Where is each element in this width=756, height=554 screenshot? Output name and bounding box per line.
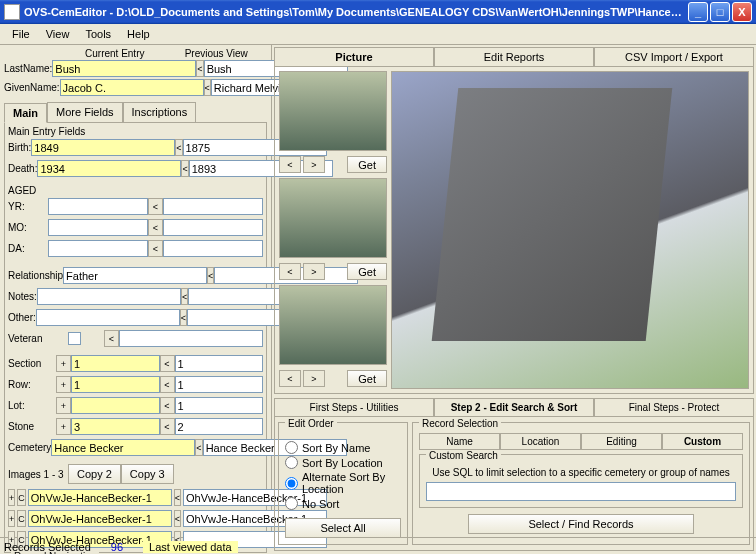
other-btn[interactable]: < [180, 309, 187, 326]
death-input[interactable] [37, 160, 181, 177]
thumb-2[interactable] [279, 178, 387, 258]
menu-file[interactable]: File [4, 26, 38, 42]
sec-input[interactable] [71, 355, 160, 372]
cem-btn[interactable]: < [195, 439, 202, 456]
thumb3-next[interactable]: > [303, 370, 325, 387]
cem-input[interactable] [51, 439, 195, 456]
sec-btn[interactable]: < [160, 355, 175, 372]
select-find-button[interactable]: Select / Find Records [468, 514, 695, 534]
seltab-location[interactable]: Location [500, 433, 581, 450]
images-label: Images 1 - 3 [8, 469, 68, 480]
img1-btn[interactable]: < [174, 489, 181, 506]
cem-label: Cemetery [8, 442, 51, 453]
seltab-editing[interactable]: Editing [581, 433, 662, 450]
tab-picture[interactable]: Picture [274, 47, 434, 67]
sort-name-radio[interactable] [285, 441, 298, 454]
thumb-3[interactable] [279, 285, 387, 365]
sql-hint: Use SQL to limit selection to a specific… [426, 467, 736, 478]
sort-loc-label: Sort By Location [302, 457, 383, 469]
row-btn[interactable]: < [160, 376, 175, 393]
alt-sort-radio[interactable] [285, 477, 298, 490]
img1-input[interactable] [28, 489, 172, 506]
minimize-button[interactable]: _ [688, 2, 708, 22]
img1-c[interactable]: C [17, 489, 26, 506]
tab-reports[interactable]: Edit Reports [434, 47, 594, 67]
other-input[interactable] [36, 309, 180, 326]
stone-input[interactable] [71, 418, 160, 435]
thumb-1[interactable] [279, 71, 387, 151]
menu-view[interactable]: View [38, 26, 78, 42]
wiz-final[interactable]: Final Steps - Protect [594, 398, 754, 417]
thumb2-prev[interactable]: < [279, 263, 301, 280]
thumb3-get[interactable]: Get [347, 370, 387, 387]
stone-btn[interactable]: < [160, 418, 175, 435]
wiz-first[interactable]: First Steps - Utilities [274, 398, 434, 417]
seltab-name[interactable]: Name [419, 433, 500, 450]
selectall-button[interactable]: Select All [285, 518, 401, 538]
givenname-label: GivenName: [4, 82, 60, 93]
img1-plus[interactable]: + [8, 489, 15, 506]
thumb2-get[interactable]: Get [347, 263, 387, 280]
wiz-step2[interactable]: Step 2 - Edit Search & Sort [434, 398, 594, 417]
tab-inscriptions[interactable]: Inscriptions [123, 102, 197, 122]
sort-loc-radio[interactable] [285, 456, 298, 469]
notes-input[interactable] [37, 288, 181, 305]
rel-label: Relationship [8, 270, 63, 281]
givenname-btn[interactable]: < [204, 79, 211, 96]
img2-btn[interactable]: < [174, 510, 181, 527]
da-prev [163, 240, 263, 257]
menu-help[interactable]: Help [119, 26, 158, 42]
stone-plus[interactable]: + [56, 418, 71, 435]
aged-label: AGED [8, 185, 263, 196]
givenname-input[interactable] [60, 79, 204, 96]
img2-c[interactable]: C [17, 510, 26, 527]
seltab-custom[interactable]: Custom [662, 433, 743, 450]
da-btn[interactable]: < [148, 240, 163, 257]
img2-plus[interactable]: + [8, 510, 15, 527]
lot-btn[interactable]: < [160, 397, 175, 414]
veteran-checkbox[interactable] [68, 332, 81, 345]
mo-btn[interactable]: < [148, 219, 163, 236]
vet-btn[interactable]: < [104, 330, 119, 347]
other-label: Other: [8, 312, 36, 323]
rel-input[interactable] [63, 267, 207, 284]
birth-input[interactable] [31, 139, 175, 156]
menu-tools[interactable]: Tools [77, 26, 119, 42]
thumb1-prev[interactable]: < [279, 156, 301, 173]
img2-input[interactable] [28, 510, 172, 527]
close-button[interactable]: X [732, 2, 752, 22]
thumb3-prev[interactable]: < [279, 370, 301, 387]
custom-legend: Custom Search [426, 450, 501, 461]
death-label: Death: [8, 163, 37, 174]
maximize-button[interactable]: □ [710, 2, 730, 22]
tab-more[interactable]: More Fields [47, 102, 122, 122]
lastname-input[interactable] [52, 60, 196, 77]
mo-input[interactable] [48, 219, 148, 236]
notes-btn[interactable]: < [181, 288, 188, 305]
yr-input[interactable] [48, 198, 148, 215]
nosort-radio[interactable] [285, 497, 298, 510]
thumb1-next[interactable]: > [303, 156, 325, 173]
tab-main[interactable]: Main [4, 103, 47, 123]
thumb2-next[interactable]: > [303, 263, 325, 280]
death-btn[interactable]: < [181, 160, 188, 177]
previous-view-header: Previous View [166, 47, 268, 60]
row-label: Row: [8, 379, 56, 390]
copy2-button[interactable]: Copy 2 [68, 464, 121, 484]
thumb1-get[interactable]: Get [347, 156, 387, 173]
lastname-btn[interactable]: < [196, 60, 203, 77]
row-plus[interactable]: + [56, 376, 71, 393]
yr-btn[interactable]: < [148, 198, 163, 215]
recsel-legend: Record Selection [419, 418, 501, 429]
copy3-button[interactable]: Copy 3 [121, 464, 174, 484]
birth-btn[interactable]: < [175, 139, 182, 156]
rel-btn[interactable]: < [207, 267, 214, 284]
sec-plus[interactable]: + [56, 355, 71, 372]
lot-input[interactable] [71, 397, 160, 414]
sql-input[interactable] [426, 482, 736, 501]
lot-plus[interactable]: + [56, 397, 71, 414]
tab-csv[interactable]: CSV Import / Export [594, 47, 754, 67]
da-input[interactable] [48, 240, 148, 257]
main-picture[interactable] [391, 71, 749, 389]
row-input[interactable] [71, 376, 160, 393]
